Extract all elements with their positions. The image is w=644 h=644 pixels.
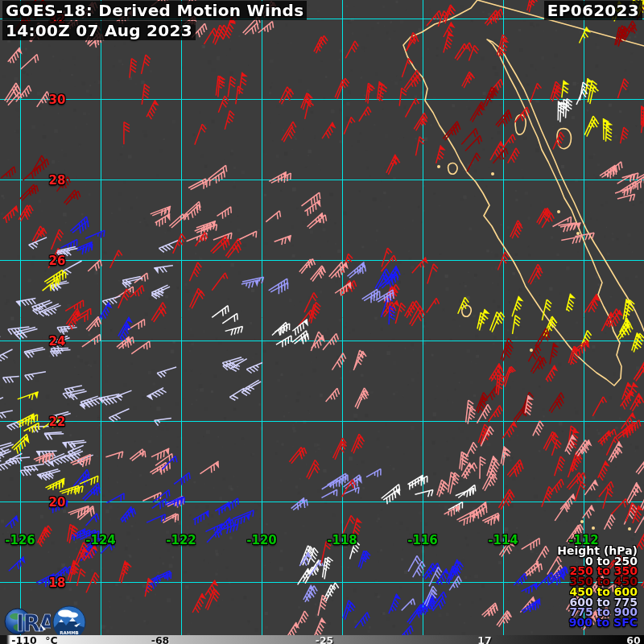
colorbar-label: 17 — [477, 634, 491, 644]
colorbar-label: -110 — [11, 634, 36, 644]
temperature-colorbar: -110°C-68-251760 — [0, 635, 644, 644]
longitude-label: -116 — [407, 533, 438, 547]
latitude-label: 18 — [49, 576, 66, 590]
longitude-label: -124 — [85, 533, 116, 547]
height-legend: Height (hPa) 0 to 250250 to 350350 to 45… — [557, 546, 638, 628]
colorbar-label: -68 — [151, 634, 170, 644]
latitude-label: 28 — [49, 173, 66, 188]
colorbar-label: 60 — [626, 634, 640, 644]
product-title: GOES-18: Derived Motion Winds — [2, 1, 307, 20]
longitude-label: -122 — [166, 533, 196, 547]
latitude-label: 26 — [49, 254, 66, 268]
latitude-label: 22 — [49, 415, 66, 429]
longitude-label: -118 — [327, 533, 357, 547]
legend-entry: 900 to SFC — [557, 617, 638, 628]
longitude-label: -126 — [5, 533, 35, 547]
longitude-label: -114 — [488, 533, 518, 547]
latitude-label: 24 — [49, 334, 66, 349]
goes-dmw-product: GOES-18: Derived Motion Winds 14:00Z 07 … — [0, 0, 644, 644]
longitude-label: -120 — [246, 533, 277, 547]
timestamp: 14:00Z 07 Aug 2023 — [2, 21, 196, 40]
latitude-label: 30 — [49, 93, 66, 107]
storm-id: EP062023 — [544, 1, 642, 20]
colorbar-label: -25 — [316, 634, 334, 644]
colorbar-label: °C — [45, 634, 57, 644]
latitude-label: 20 — [49, 495, 66, 510]
